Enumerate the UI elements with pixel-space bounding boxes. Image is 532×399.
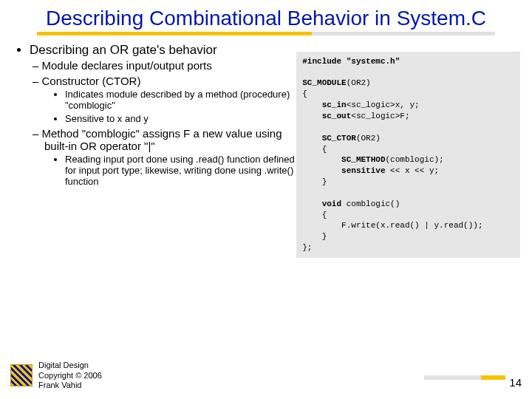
code-text: { <box>302 211 327 219</box>
bullet-l3-item: Reading input port done using .read() fu… <box>65 154 296 187</box>
footer-line: Digital Design <box>38 361 102 370</box>
code-kw: SC_CTOR <box>302 134 356 143</box>
bullet-l2-item: Method "comblogic" assigns F a new value… <box>44 127 296 187</box>
slide-title: Describing Combinational Behavior in Sys… <box>0 0 532 32</box>
footer: Digital Design Copyright © 2006 Frank Va… <box>10 361 102 390</box>
bullet-level2: Module declares input/output ports Const… <box>30 59 296 187</box>
left-column: Describing an OR gate's behavior Module … <box>12 41 296 258</box>
bullet-level3: Indicates module described by a method (… <box>44 89 296 124</box>
code-text: } <box>302 232 327 241</box>
bullet-l3-item: Sensitive to x and y <box>65 113 296 124</box>
footer-text: Digital Design Copyright © 2006 Frank Va… <box>38 361 102 390</box>
code-text: { <box>302 89 307 98</box>
code-kw: #include "systemc.h" <box>302 57 400 66</box>
content-area: Describing an OR gate's behavior Module … <box>0 41 532 258</box>
code-text: <sc_logic>F; <box>351 112 409 120</box>
bullet-l1-item: Describing an OR gate's behavior Module … <box>30 43 296 187</box>
code-text: F.write(x.read() | y.read()); <box>302 221 482 230</box>
bullet-level3: Reading input port done using .read() fu… <box>44 154 296 187</box>
bullet-text: Describing an OR gate's behavior <box>30 43 217 57</box>
right-column: #include "systemc.h" SC_MODULE(OR2) { sc… <box>296 41 520 258</box>
code-kw: SC_METHOD <box>302 155 385 164</box>
page-number: 14 <box>509 376 522 389</box>
footer-line: Frank Vahid <box>38 381 102 390</box>
code-text: } <box>302 177 327 186</box>
logo-icon <box>10 364 33 386</box>
bullet-l3-item: Indicates module described by a method (… <box>65 89 296 111</box>
code-kw: sensitive <box>302 166 385 175</box>
bullet-text: Constructor (CTOR) <box>42 75 141 87</box>
code-text: (comblogic); <box>385 155 443 164</box>
code-kw: SC_MODULE <box>302 78 346 87</box>
code-text: { <box>302 145 327 154</box>
code-kw: sc_in <box>302 100 346 109</box>
code-text: comblogic() <box>341 200 400 208</box>
code-kw: void <box>302 200 341 208</box>
code-text: (OR2) <box>356 134 381 143</box>
bullet-text: Method "comblogic" assigns F a new value… <box>42 127 282 152</box>
bullet-l2-item: Constructor (CTOR) Indicates module desc… <box>44 75 296 124</box>
bullet-level1: Describing an OR gate's behavior Module … <box>12 43 296 187</box>
code-text: (OR2) <box>347 78 371 87</box>
code-box: #include "systemc.h" SC_MODULE(OR2) { sc… <box>296 52 520 258</box>
code-text: <sc_logic>x, y; <box>347 100 420 109</box>
title-underline <box>37 32 495 35</box>
bullet-l2-item: Module declares input/output ports <box>44 59 296 72</box>
code-kw: sc_out <box>302 112 351 120</box>
code-text: << x << y; <box>385 166 439 175</box>
footer-bar <box>424 375 505 380</box>
footer-line: Copyright © 2006 <box>38 371 102 381</box>
code-text: }; <box>302 243 312 252</box>
